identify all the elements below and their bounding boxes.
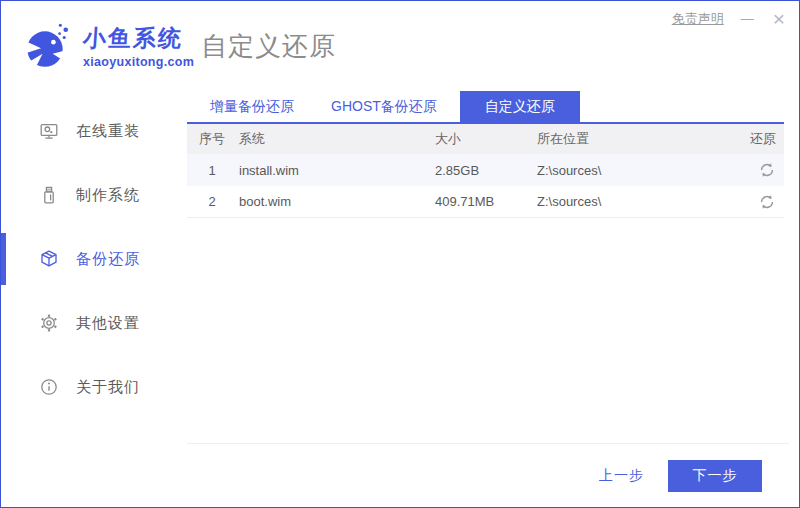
backup-box-icon [39, 249, 59, 269]
page-title: 自定义还原 [201, 29, 336, 64]
col-header-system: 系统 [239, 130, 435, 148]
tab-bar: 增量备份还原 GHOST备份还原 自定义还原 [187, 91, 784, 124]
sidebar-item-make-system[interactable]: 制作系统 [1, 163, 187, 227]
refresh-icon [758, 161, 776, 179]
sidebar: 在线重装 制作系统 [1, 91, 187, 507]
brand-name: 小鱼系统 [82, 23, 195, 54]
info-icon [39, 377, 59, 397]
tab-ghost-backup-restore[interactable]: GHOST备份还原 [317, 91, 451, 122]
cell-system: install.wim [239, 163, 435, 178]
next-step-button[interactable]: 下一步 [668, 460, 762, 492]
sidebar-item-label: 其他设置 [76, 314, 140, 333]
col-header-size: 大小 [435, 130, 537, 148]
cell-size: 2.85GB [435, 163, 537, 178]
col-header-restore: 还原 [732, 130, 776, 148]
table-row: 1 install.wim 2.85GB Z:\sources\ [187, 154, 784, 186]
disclaimer-link[interactable]: 免责声明 [672, 10, 724, 28]
sidebar-item-backup-restore[interactable]: 备份还原 [1, 227, 187, 291]
footer-bar: 上一步 下一步 [187, 443, 789, 507]
restore-button[interactable] [758, 193, 776, 211]
minimize-icon[interactable]: — [739, 8, 756, 29]
sidebar-item-label: 制作系统 [76, 186, 140, 205]
cell-index: 2 [199, 194, 239, 209]
monitor-icon [39, 121, 59, 141]
cell-location: Z:\sources\ [537, 194, 732, 209]
brand-text: 小鱼系统 xiaoyuxitong.com [83, 23, 194, 69]
sidebar-item-online-reinstall[interactable]: 在线重装 [1, 99, 187, 163]
close-icon[interactable]: × [771, 8, 787, 29]
brand-logo: 小鱼系统 xiaoyuxitong.com [21, 17, 187, 75]
table-header-row: 序号 系统 大小 所在位置 还原 [187, 124, 784, 154]
fish-icon [21, 17, 75, 75]
refresh-icon [758, 193, 776, 211]
usb-drive-icon [39, 185, 59, 205]
sidebar-item-label: 备份还原 [76, 250, 140, 269]
tab-custom-restore[interactable]: 自定义还原 [460, 91, 580, 122]
main-content: 增量备份还原 GHOST备份还原 自定义还原 序号 系统 大小 所在位置 还原 … [187, 91, 799, 507]
gear-icon [39, 313, 59, 333]
sidebar-item-label: 在线重装 [76, 122, 140, 141]
tab-incremental-backup-restore[interactable]: 增量备份还原 [196, 91, 308, 122]
titlebar-actions: 免责声明 — × [672, 8, 787, 29]
col-header-index: 序号 [199, 130, 239, 148]
prev-step-button[interactable]: 上一步 [599, 467, 644, 485]
col-header-location: 所在位置 [537, 130, 732, 148]
cell-index: 1 [199, 163, 239, 178]
backup-table: 序号 系统 大小 所在位置 还原 1 install.wim 2.85GB Z:… [187, 124, 784, 218]
app-window: 免责声明 — × [0, 0, 800, 508]
cell-location: Z:\sources\ [537, 163, 732, 178]
cell-system: boot.wim [239, 194, 435, 209]
cell-size: 409.71MB [435, 194, 537, 209]
brand-domain: xiaoyuxitong.com [83, 55, 194, 69]
restore-button[interactable] [758, 161, 776, 179]
sidebar-item-label: 关于我们 [76, 378, 140, 397]
table-row: 2 boot.wim 409.71MB Z:\sources\ [187, 186, 784, 218]
sidebar-item-about-us[interactable]: 关于我们 [1, 355, 187, 419]
sidebar-item-other-settings[interactable]: 其他设置 [1, 291, 187, 355]
